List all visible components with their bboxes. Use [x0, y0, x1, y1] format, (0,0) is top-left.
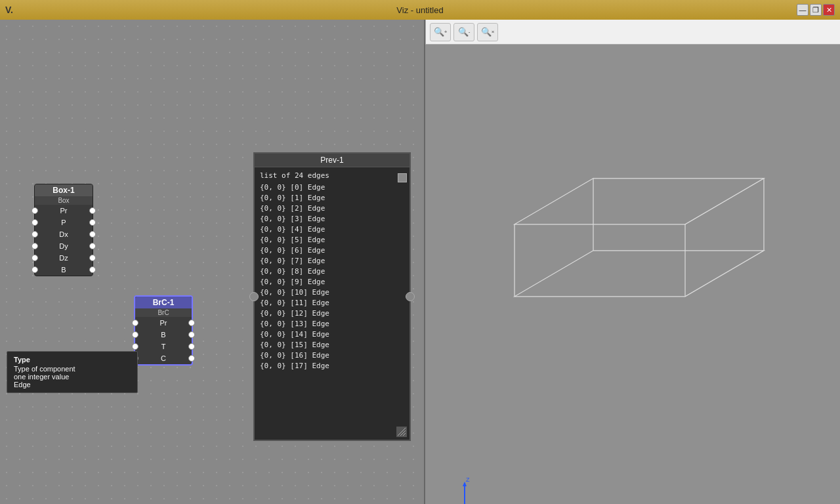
tooltip-title: Type — [14, 356, 131, 364]
brc-port-t-right[interactable] — [188, 343, 195, 350]
tooltip-line1: Type of component — [14, 365, 131, 373]
preview-panel-header: Prev-1 — [255, 154, 410, 167]
box-port-pr-left[interactable] — [32, 207, 38, 214]
box-port-dz-right[interactable] — [89, 255, 96, 261]
vp-zoom-fit-button[interactable]: 🔍× — [477, 23, 498, 41]
brc-port-b-right[interactable] — [188, 331, 195, 338]
box-port-b-right[interactable] — [89, 266, 96, 273]
box-node-header: Box-1 — [35, 184, 93, 196]
box-node-subheader: Box — [35, 196, 93, 205]
wire-canvas — [0, 20, 197, 118]
tooltip-line2: one integer value — [14, 373, 131, 381]
brc-port-c[interactable]: C — [135, 352, 192, 364]
brc-node: BrC-1 BrC Pr B T C — [134, 295, 193, 366]
brc-node-header: BrC-1 — [135, 297, 192, 308]
box-port-b-left[interactable] — [32, 266, 38, 273]
preview-list-item: {0, 0} [5] Edge — [260, 235, 394, 245]
preview-list: {0, 0} [0] Edge{0, 0} [1] Edge{0, 0} [2]… — [260, 182, 394, 371]
tooltip: Type Type of component one integer value… — [7, 351, 138, 393]
brc-node-subheader: BrC — [135, 308, 192, 317]
brc-port-pr-right[interactable] — [188, 320, 195, 326]
brc-port-b[interactable]: B — [135, 329, 192, 341]
preview-list-item: {0, 0} [7] Edge — [260, 256, 394, 266]
brc-port-pr[interactable]: Pr — [135, 317, 192, 329]
box-port-p[interactable]: P — [35, 217, 93, 228]
title-bar: V. Viz - untitled — ❐ ✕ — [0, 0, 840, 20]
resize-icon — [398, 428, 406, 436]
box-port-dy[interactable]: Dy — [35, 240, 93, 252]
preview-list-item: {0, 0} [14] Edge — [260, 329, 394, 340]
preview-list-item: {0, 0} [17] Edge — [260, 361, 394, 371]
minimize-button[interactable]: — — [797, 4, 808, 16]
brc-port-pr-left[interactable] — [132, 320, 138, 326]
tooltip-line3: Edge — [14, 381, 131, 388]
svg-line-1 — [400, 430, 406, 436]
preview-list-item: {0, 0} [11] Edge — [260, 298, 394, 308]
box-port-dx-right[interactable] — [89, 231, 96, 238]
restore-button[interactable]: ❐ — [810, 4, 822, 16]
preview-list-item: {0, 0} [16] Edge — [260, 350, 394, 361]
brc-port-t-left[interactable] — [132, 343, 138, 350]
preview-list-item: {0, 0} [2] Edge — [260, 203, 394, 214]
preview-summary: list of 24 edges — [260, 171, 394, 180]
preview-panel: Prev-1 list of 24 edges {0, 0} [0] Edge{… — [253, 152, 411, 441]
brc-port-c-right[interactable] — [188, 355, 195, 362]
preview-list-item: {0, 0} [12] Edge — [260, 308, 394, 319]
box-port-dz-left[interactable] — [32, 255, 38, 261]
axes-svg: Z — [445, 476, 491, 504]
brc-port-t[interactable]: T — [135, 341, 192, 352]
viewport-toolbar: 🔍+ 🔍- 🔍× — [425, 20, 840, 45]
axes-indicator: Z — [445, 476, 491, 504]
preview-list-item: {0, 0} [8] Edge — [260, 266, 394, 277]
preview-list-item: {0, 0} [15] Edge — [260, 340, 394, 350]
vp-zoom-in-button[interactable]: 🔍+ — [430, 23, 451, 41]
box-port-p-right[interactable] — [89, 219, 96, 226]
window-title: Viz - untitled — [396, 5, 443, 15]
preview-list-item: {0, 0} [13] Edge — [260, 319, 394, 329]
preview-list-item: {0, 0} [6] Edge — [260, 245, 394, 256]
box-port-pr[interactable]: Pr — [35, 205, 93, 217]
prev-resize-handle[interactable] — [396, 427, 407, 437]
app-logo: V. — [5, 5, 13, 15]
node-editor-panel: Box-1 Box Pr P Dx Dy — [0, 20, 425, 504]
viewport-panel: Z — [425, 45, 840, 504]
box-port-dx[interactable]: Dx — [35, 228, 93, 240]
wireframe-bottom — [514, 251, 764, 297]
preview-list-item: {0, 0} [0] Edge — [260, 182, 394, 193]
box-port-dy-right[interactable] — [89, 243, 96, 249]
z-label: Z — [466, 476, 470, 483]
box-node: Box-1 Box Pr P Dx Dy — [34, 184, 93, 276]
preview-list-item: {0, 0} [9] Edge — [260, 277, 394, 287]
window-controls: — ❐ ✕ — [797, 4, 835, 16]
brc-port-b-left[interactable] — [132, 331, 138, 338]
vp-zoom-out-button[interactable]: 🔍- — [453, 23, 474, 41]
preview-list-item: {0, 0} [1] Edge — [260, 193, 394, 203]
preview-list-item: {0, 0} [4] Edge — [260, 224, 394, 235]
box-port-p-left[interactable] — [32, 219, 38, 226]
preview-list-item: {0, 0} [3] Edge — [260, 214, 394, 224]
box-port-dz[interactable]: Dz — [35, 252, 93, 264]
svg-line-2 — [403, 433, 406, 436]
box-port-pr-right[interactable] — [89, 207, 96, 214]
box-port-dy-left[interactable] — [32, 243, 38, 249]
wireframe-top — [514, 178, 764, 224]
wireframe-svg — [429, 74, 836, 487]
box-port-dx-left[interactable] — [32, 231, 38, 238]
preview-list-item: {0, 0} [10] Edge — [260, 287, 394, 298]
close-button[interactable]: ✕ — [823, 4, 835, 16]
preview-content: list of 24 edges {0, 0} [0] Edge{0, 0} [… — [255, 167, 410, 375]
box-port-b[interactable]: B — [35, 264, 93, 276]
